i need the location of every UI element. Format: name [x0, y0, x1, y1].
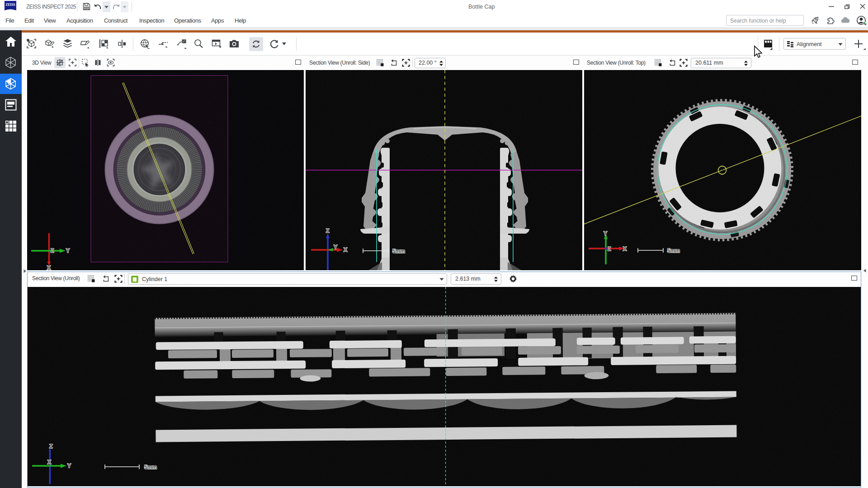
svg-text:ZEISS: ZEISS: [5, 3, 15, 7]
